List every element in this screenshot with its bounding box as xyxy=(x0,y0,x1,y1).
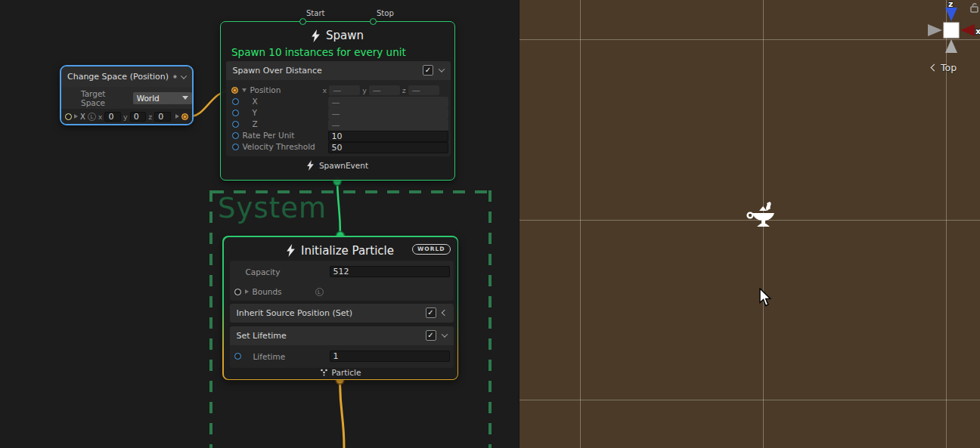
capacity-field[interactable]: 512 xyxy=(330,266,450,277)
velocity-threshold-row[interactable]: Velocity Threshold 50 xyxy=(226,141,451,153)
spawn-node-header[interactable]: Spawn xyxy=(221,27,454,44)
y-axis-label: y xyxy=(123,113,128,121)
initialize-particle-node[interactable]: Initialize Particle WORLD Capacity 512 B… xyxy=(222,236,458,380)
start-port-label: Start xyxy=(306,9,324,17)
chevron-down-icon[interactable] xyxy=(439,66,445,72)
rate-per-unit-port[interactable] xyxy=(232,132,239,139)
z-label: Z xyxy=(253,119,258,128)
view-mode-selector[interactable]: Top xyxy=(932,62,957,73)
lock-icon[interactable] xyxy=(971,4,978,12)
x-input-port[interactable] xyxy=(65,113,72,120)
velocity-threshold-label: Velocity Threshold xyxy=(243,142,315,151)
lifetime-field[interactable]: 1 xyxy=(330,351,450,362)
neg-x-axis-cone[interactable] xyxy=(928,24,942,36)
spawn-node-subtitle: Spawn 10 instances for every unit xyxy=(231,46,454,58)
x-axis-cone[interactable] xyxy=(960,24,975,36)
particle-output-label: Particle xyxy=(332,368,361,377)
set-lifetime-header[interactable]: Set Lifetime xyxy=(230,326,454,345)
start-flow-port[interactable] xyxy=(299,18,306,25)
z-input-port[interactable] xyxy=(232,121,239,128)
z-axis-cone[interactable] xyxy=(945,8,957,21)
block-enabled-checkbox[interactable] xyxy=(426,330,436,341)
x-value-field[interactable]: 0 xyxy=(104,112,121,122)
change-space-node[interactable]: Change Space (Position) Target Space Wor… xyxy=(60,65,194,125)
lifetime-row[interactable]: Lifetime 1 xyxy=(230,345,454,368)
stop-flow-port[interactable] xyxy=(370,18,377,25)
particle-icon xyxy=(320,369,328,376)
local-space-icon[interactable]: L xyxy=(315,288,324,296)
z-value-field[interactable]: 0 xyxy=(154,112,171,122)
y-input-port[interactable] xyxy=(232,110,239,116)
y-axis-label: y xyxy=(362,86,367,94)
position-row[interactable]: Position x — y — z — xyxy=(226,85,451,96)
z-field[interactable]: — xyxy=(328,119,449,131)
local-space-icon[interactable]: L xyxy=(88,113,96,121)
x-input-port[interactable] xyxy=(232,98,239,105)
position-x-field[interactable]: — xyxy=(329,85,360,95)
expander-icon[interactable] xyxy=(245,289,249,294)
gear-icon[interactable] xyxy=(173,72,177,82)
rate-per-unit-row[interactable]: Rate Per Unit 10 xyxy=(226,130,451,141)
spawn-node-footer: SpawnEvent xyxy=(221,160,454,171)
visual-effect-gizmo-icon[interactable] xyxy=(746,199,780,234)
chevron-left-icon[interactable] xyxy=(441,310,447,316)
expander-down-icon[interactable] xyxy=(242,88,247,92)
velocity-threshold-field[interactable]: 50 xyxy=(328,142,449,153)
velocity-threshold-port[interactable] xyxy=(232,144,239,150)
target-space-dropdown[interactable]: World xyxy=(133,92,192,104)
bounds-row[interactable]: Bounds L xyxy=(230,283,454,301)
set-lifetime-block[interactable]: Set Lifetime Lifetime 1 xyxy=(230,326,454,368)
change-space-io-row: X L x 0 y 0 z 0 xyxy=(61,109,192,124)
spawn-over-distance-header[interactable]: Spawn Over Distance xyxy=(226,61,451,80)
spawn-context-node[interactable]: Start Stop Spawn Spawn 10 instances for … xyxy=(220,21,455,181)
position-label: Position xyxy=(250,85,281,94)
input-label: X xyxy=(80,113,85,121)
y-row[interactable]: Y — xyxy=(226,107,451,119)
inherit-source-position-block[interactable]: Inherit Source Position (Set) xyxy=(230,304,454,323)
chevron-down-icon[interactable] xyxy=(441,331,447,337)
z-axis-label: z xyxy=(402,86,406,94)
x-field[interactable]: — xyxy=(328,97,449,108)
block-title: Spawn Over Distance xyxy=(233,66,417,76)
lightning-icon xyxy=(312,29,320,42)
grid-line xyxy=(519,400,980,400)
change-space-title-bar[interactable]: Change Space (Position) xyxy=(61,66,192,87)
spawn-node-title: Spawn xyxy=(326,29,364,42)
lifetime-label: Lifetime xyxy=(253,352,286,361)
x-row[interactable]: X — xyxy=(226,96,451,107)
rate-per-unit-field[interactable]: 10 xyxy=(328,131,449,142)
y-value-field[interactable]: 0 xyxy=(130,112,147,122)
block-enabled-checkbox[interactable] xyxy=(423,65,433,76)
bounds-input-port[interactable] xyxy=(234,289,241,295)
wire-spawnevent[interactable] xyxy=(337,181,340,236)
capacity-row[interactable]: Capacity 512 xyxy=(230,261,454,283)
change-space-settings-row: Target Space World xyxy=(61,87,192,109)
wire-particle[interactable] xyxy=(340,380,345,448)
gizmo-center-cube[interactable] xyxy=(944,23,959,38)
position-y-field[interactable]: — xyxy=(369,85,400,95)
position-input-port[interactable] xyxy=(231,87,238,94)
scene-view[interactable]: z x Top xyxy=(519,0,980,448)
change-space-title: Change Space (Position) xyxy=(67,72,169,82)
y-field[interactable]: — xyxy=(328,108,449,119)
neg-z-axis-cone[interactable] xyxy=(945,39,957,53)
system-group-label[interactable]: System xyxy=(218,192,327,224)
world-space-badge[interactable]: WORLD xyxy=(412,244,450,255)
block-enabled-checkbox[interactable] xyxy=(426,307,436,318)
target-space-label: Target Space xyxy=(81,89,129,107)
position-output-port[interactable] xyxy=(181,113,188,120)
spawn-over-distance-block[interactable]: Spawn Over Distance Position x — y — z — xyxy=(226,61,451,156)
vfx-graph-panel[interactable]: System Change Space (Position) Target Sp… xyxy=(0,0,519,448)
lifetime-input-port[interactable] xyxy=(234,353,241,360)
spawn-over-distance-body: Position x — y — z — X — xyxy=(226,80,451,156)
position-z-field[interactable]: — xyxy=(408,85,439,95)
z-row[interactable]: Z — xyxy=(226,119,451,130)
chevron-left-icon xyxy=(931,64,938,72)
spawnevent-label: SpawnEvent xyxy=(319,161,368,170)
x-axis-label: x xyxy=(975,26,980,36)
target-space-value: World xyxy=(137,94,182,103)
expander-icon[interactable] xyxy=(74,114,78,119)
block-title: Inherit Source Position (Set) xyxy=(237,308,420,318)
chevron-down-icon[interactable] xyxy=(181,73,187,79)
set-lifetime-body: Lifetime 1 xyxy=(230,345,454,368)
